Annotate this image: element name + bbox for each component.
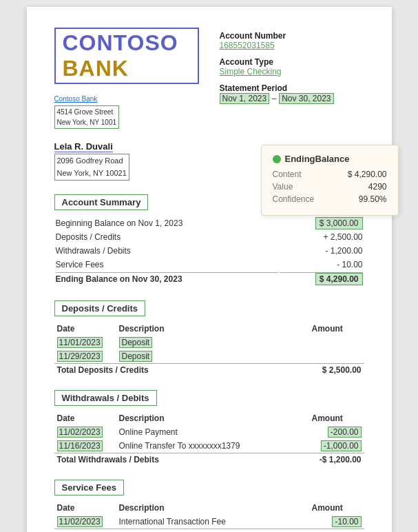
summary-value: - 1,200.00 xyxy=(280,245,362,257)
ending-value-box: $ 4,290.00 xyxy=(315,273,363,285)
account-type-value: Simple Checking xyxy=(220,67,364,76)
deposits-section: Deposits / Credits Date Description Amou… xyxy=(54,300,364,376)
withdrawals-col-amount: Amount xyxy=(309,411,364,425)
tooltip-value-row: Value 4290 xyxy=(273,182,387,192)
logo-contoso: CONTOSO xyxy=(63,30,178,55)
withdrawals-total-label: Total Withdrawals / Debits xyxy=(54,453,309,467)
tooltip-dot xyxy=(273,155,281,163)
table-row: 11/02/2023 International Transaction Fee… xyxy=(54,515,364,529)
tooltip-box: EndingBalance Content $ 4,290.00 Value 4… xyxy=(261,145,399,216)
row-date: 11/02/2023 xyxy=(54,425,116,439)
withdrawals-total-row: Total Withdrawals / Debits -$ 1,200.00 xyxy=(54,453,364,467)
deposits-col-desc: Description xyxy=(116,322,309,336)
summary-row: Deposits / Credits + 2,500.00 xyxy=(56,231,363,243)
row-date: 11/02/2023 xyxy=(54,515,116,529)
service-fees-total-amount: -$ 10.00 xyxy=(309,529,364,532)
account-number-value: 168552031585 xyxy=(220,41,364,50)
summary-value: $ 3,000.00 xyxy=(280,217,362,229)
row-amount: -1,000.00 xyxy=(309,439,364,453)
deposits-total-amount: $ 2,500.00 xyxy=(309,364,364,377)
ending-balance-label: Ending Balance on Nov 30, 2023 xyxy=(56,272,279,285)
header-right: Account Number 168552031585 Account Type… xyxy=(199,31,364,110)
bank-logo: CONTOSO BANK xyxy=(54,28,199,84)
row-desc: International Transaction Fee xyxy=(116,515,309,529)
withdrawals-section: Withdrawals / Debits Date Description Am… xyxy=(54,390,364,466)
table-row: 11/01/2023 Deposit xyxy=(54,336,364,349)
service-fees-col-amount: Amount xyxy=(309,501,364,515)
ending-balance-row: Ending Balance on Nov 30, 2023 $ 4,290.0… xyxy=(56,272,363,285)
row-desc: Deposit xyxy=(116,336,309,349)
withdrawals-col-desc: Description xyxy=(116,411,309,425)
withdrawals-table: Date Description Amount 11/02/2023 Onlin… xyxy=(54,411,364,466)
table-row: 11/02/2023 Online Payment -200.00 xyxy=(54,425,364,439)
statement-period-label: Statement Period xyxy=(220,83,364,93)
period-end: Nov 30, 2023 xyxy=(279,93,333,104)
row-date: 11/16/2023 xyxy=(54,439,116,453)
withdrawals-total-amount: -$ 1,200.00 xyxy=(309,453,364,467)
header-left: CONTOSO BANK Contoso Bank 4514 Grove Str… xyxy=(54,28,199,181)
logo-bank: BANK xyxy=(63,56,129,81)
tooltip-content-row: Content $ 4,290.00 xyxy=(273,170,387,179)
row-amount: -10.00 xyxy=(309,515,364,529)
account-summary-table: Beginning Balance on Nov 1, 2023 $ 3,000… xyxy=(54,216,364,287)
withdrawals-header-row: Date Description Amount xyxy=(54,411,364,425)
summary-row: Service Fees - 10.00 xyxy=(56,258,363,271)
service-fees-total-row: Total Service Fees -$ 10.00 xyxy=(54,529,364,532)
period-dash: – xyxy=(272,94,277,103)
document-page: CONTOSO BANK Contoso Bank 4514 Grove Str… xyxy=(27,7,392,532)
summary-row: Beginning Balance on Nov 1, 2023 $ 3,000… xyxy=(56,217,363,229)
tooltip-confidence-row: Confidence 99.50% xyxy=(273,194,387,204)
summary-label: Beginning Balance on Nov 1, 2023 xyxy=(56,217,279,229)
row-amount xyxy=(309,349,364,364)
account-number-block: Account Number 168552031585 xyxy=(220,31,364,50)
deposits-header: Deposits / Credits xyxy=(54,300,146,316)
ending-balance-value: $ 4,290.00 xyxy=(280,272,362,285)
row-date: 11/29/2023 xyxy=(54,349,116,364)
deposits-col-date: Date xyxy=(54,322,116,336)
deposits-header-row: Date Description Amount xyxy=(54,322,364,336)
statement-period-block: Statement Period Nov 1, 2023 – Nov 30, 2… xyxy=(220,83,364,103)
summary-label: Service Fees xyxy=(56,258,279,271)
deposits-col-amount: Amount xyxy=(309,322,364,336)
summary-row: Withdrawals / Debits - 1,200.00 xyxy=(56,245,363,257)
service-fees-section: Service Fees Date Description Amount 11/… xyxy=(54,480,364,532)
account-summary-header: Account Summary xyxy=(54,194,149,210)
service-fees-total-label: Total Service Fees xyxy=(54,529,309,532)
deposits-table: Date Description Amount 11/01/2023 Depos… xyxy=(54,322,364,376)
bank-address: 4514 Grove Street New York, NY 1001 xyxy=(54,105,120,129)
table-row: 11/29/2023 Deposit xyxy=(54,349,364,364)
table-row: 11/16/2023 Online Transfer To xxxxxxxx13… xyxy=(54,439,364,453)
withdrawals-header: Withdrawals / Debits xyxy=(54,390,157,406)
service-fees-col-desc: Description xyxy=(116,501,309,515)
service-fees-header: Service Fees xyxy=(54,480,125,495)
summary-label: Deposits / Credits xyxy=(56,231,279,243)
account-type-block: Account Type Simple Checking xyxy=(220,57,364,76)
row-amount xyxy=(309,336,364,349)
tooltip-title: EndingBalance xyxy=(273,154,387,164)
statement-period-value: Nov 1, 2023 – Nov 30, 2023 xyxy=(220,93,364,103)
bank-name-link[interactable]: Contoso Bank xyxy=(54,95,98,103)
row-amount: -200.00 xyxy=(309,425,364,439)
customer-address: 2096 Godfrey Road New York, NY 10021 xyxy=(54,154,129,181)
account-number-label: Account Number xyxy=(220,31,364,41)
row-desc: Online Payment xyxy=(116,425,309,439)
service-fees-table: Date Description Amount 11/02/2023 Inter… xyxy=(54,501,364,532)
service-fees-header-row: Date Description Amount xyxy=(54,501,364,515)
deposits-total-row: Total Deposits / Credits $ 2,500.00 xyxy=(54,364,364,377)
row-date: 11/01/2023 xyxy=(54,336,116,349)
period-start: Nov 1, 2023 xyxy=(220,93,270,104)
customer-name: Lela R. Duvali xyxy=(54,141,113,152)
row-desc: Deposit xyxy=(116,349,309,364)
bank-name: Contoso Bank xyxy=(54,94,199,104)
deposits-total-label: Total Deposits / Credits xyxy=(54,364,309,377)
row-desc: Online Transfer To xxxxxxxx1379 xyxy=(116,439,309,453)
account-type-label: Account Type xyxy=(220,57,364,67)
withdrawals-col-date: Date xyxy=(54,411,116,425)
summary-value: - 10.00 xyxy=(280,258,362,271)
summary-value: + 2,500.00 xyxy=(280,231,362,243)
summary-label: Withdrawals / Debits xyxy=(56,245,279,257)
service-fees-col-date: Date xyxy=(54,501,116,515)
